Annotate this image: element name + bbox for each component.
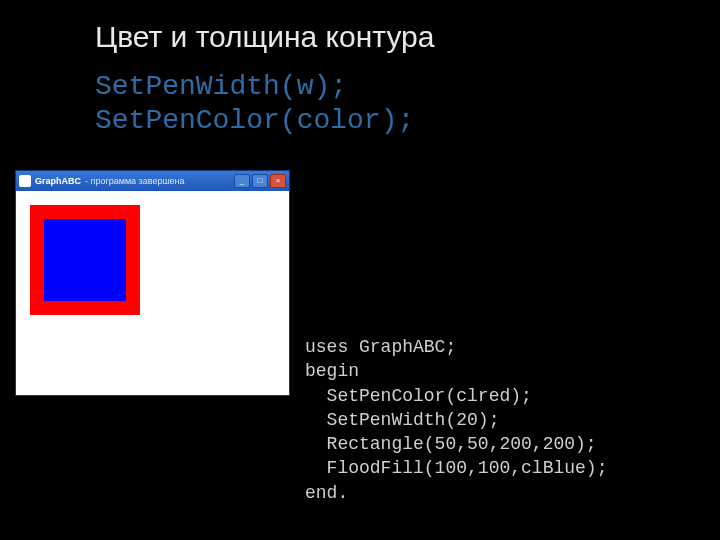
api-line-1: SetPenWidth(w);	[95, 70, 414, 104]
code-line: uses GraphABC;	[305, 337, 456, 357]
window-buttons: _ □ ×	[234, 174, 286, 188]
code-line: SetPenWidth(20);	[305, 410, 499, 430]
app-icon	[19, 175, 31, 187]
window-status: - программа завершена	[85, 176, 185, 186]
canvas-area	[16, 191, 289, 395]
code-line: end.	[305, 483, 348, 503]
rectangle-outline	[30, 205, 140, 315]
maximize-button[interactable]: □	[252, 174, 268, 188]
titlebar: GraphABC - программа завершена _ □ ×	[16, 171, 289, 191]
slide-title: Цвет и толщина контура	[95, 20, 434, 54]
app-name: GraphABC	[35, 176, 81, 186]
close-button[interactable]: ×	[270, 174, 286, 188]
code-line: SetPenColor(clred);	[305, 386, 532, 406]
code-line: begin	[305, 361, 359, 381]
rectangle-fill	[44, 219, 126, 301]
code-line: Rectangle(50,50,200,200);	[305, 434, 597, 454]
code-line: FloodFill(100,100,clBlue);	[305, 458, 607, 478]
api-line-2: SetPenColor(color);	[95, 104, 414, 138]
api-signatures: SetPenWidth(w); SetPenColor(color);	[95, 70, 414, 137]
minimize-button[interactable]: _	[234, 174, 250, 188]
code-block: uses GraphABC; begin SetPenColor(clred);…	[305, 335, 607, 505]
sample-window: GraphABC - программа завершена _ □ ×	[15, 170, 290, 396]
